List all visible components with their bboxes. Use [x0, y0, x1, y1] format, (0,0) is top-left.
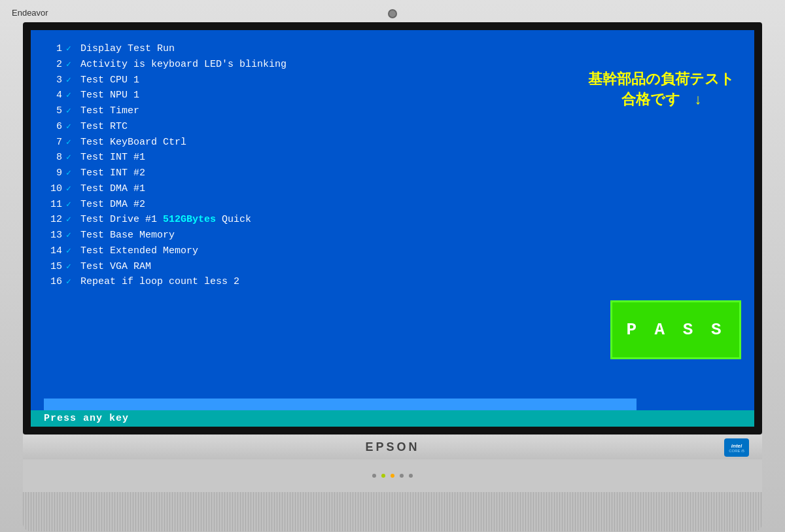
test-num: 12 — [44, 213, 62, 227]
test-check: ✓ — [62, 183, 75, 196]
monitor-base-top — [23, 459, 762, 492]
test-check: ✓ — [62, 168, 75, 180]
test-item: 8✓Test INT #1 — [44, 151, 741, 165]
test-num: 5 — [44, 104, 62, 118]
test-check: ✓ — [62, 230, 75, 242]
webcam — [388, 9, 397, 18]
test-check: ✓ — [62, 90, 75, 102]
test-item: 9✓Test INT #2 — [44, 166, 741, 181]
test-check: ✓ — [62, 121, 75, 133]
bottom-bar: Press any key — [31, 410, 754, 427]
pass-box: P A S S — [610, 300, 741, 359]
monitor: Endeavor 1✓Display Test Run2✓Activity is… — [0, 0, 785, 532]
test-num: 2 — [44, 58, 62, 72]
test-num: 16 — [44, 275, 62, 289]
intel-sub: CORE i5 — [729, 449, 744, 453]
test-num: 10 — [44, 182, 62, 196]
annotation-line2: 合格です ↓ — [621, 90, 702, 110]
indicator-row — [372, 474, 413, 478]
test-num: 6 — [44, 120, 62, 134]
screen-content: 1✓Display Test Run2✓Activity is keyboard… — [31, 30, 754, 399]
test-check: ✓ — [62, 245, 75, 258]
pass-label: P A S S — [626, 320, 725, 340]
test-check: ✓ — [62, 105, 75, 118]
test-text: Test Drive #1 512GBytes Quick — [80, 213, 251, 227]
test-text: Test Extended Memory — [80, 244, 198, 258]
test-num: 13 — [44, 228, 62, 243]
monitor-brand-label: Endeavor — [12, 8, 48, 18]
epson-label: EPSON — [365, 440, 419, 454]
intel-text: intel — [731, 443, 742, 449]
test-check: ✓ — [62, 261, 75, 274]
test-text: Test INT #1 — [80, 151, 145, 165]
indicator-dot-3 — [391, 474, 394, 478]
test-num: 3 — [44, 73, 62, 88]
test-text: Test CPU 1 — [80, 73, 139, 88]
test-num: 1 — [44, 42, 62, 56]
test-num: 9 — [44, 166, 62, 181]
test-num: 11 — [44, 198, 62, 212]
test-text: Test RTC — [80, 120, 128, 134]
indicator-dot-5 — [409, 474, 413, 478]
monitor-top-bar: Endeavor — [0, 5, 785, 20]
test-item: 1✓Display Test Run — [44, 42, 741, 56]
test-item: 11✓Test DMA #2 — [44, 198, 741, 212]
test-item: 12✓Test Drive #1 512GBytes Quick — [44, 213, 741, 227]
test-text: Test DMA #2 — [80, 198, 145, 212]
test-check: ✓ — [62, 43, 75, 56]
test-item: 13✓Test Base Memory — [44, 228, 741, 243]
monitor-brand-bar: EPSON intel CORE i5 — [23, 434, 762, 459]
test-check: ✓ — [62, 199, 75, 211]
test-text: Test DMA #1 — [80, 182, 145, 196]
side-annotation: 基幹部品の負荷テスト 合格です ↓ — [588, 69, 735, 110]
test-text: Display Test Run — [80, 42, 175, 56]
test-text: Activity is keyboard LED's blinking — [80, 58, 287, 72]
test-item: 7✓Test KeyBoard Ctrl — [44, 135, 741, 150]
test-text: Test VGA RAM — [80, 260, 151, 274]
test-text: Test INT #2 — [80, 166, 145, 181]
test-num: 15 — [44, 260, 62, 274]
test-item: 16✓Repeat if loop count less 2 — [44, 275, 741, 289]
indicator-dot-4 — [400, 474, 404, 478]
test-item: 14✓Test Extended Memory — [44, 244, 741, 258]
test-item: 10✓Test DMA #1 — [44, 182, 741, 196]
test-item: 6✓Test RTC — [44, 120, 741, 134]
test-text: Test KeyBoard Ctrl — [80, 135, 186, 150]
indicator-dot-1 — [372, 474, 376, 478]
test-text: Test Timer — [80, 104, 139, 118]
test-text: Test NPU 1 — [80, 88, 139, 103]
test-check: ✓ — [62, 152, 75, 164]
annotation-line1: 基幹部品の負荷テスト — [588, 69, 735, 90]
test-num: 8 — [44, 151, 62, 165]
screen: 1✓Display Test Run2✓Activity is keyboard… — [31, 30, 754, 427]
test-item: 15✓Test VGA RAM — [44, 260, 741, 274]
test-text: Repeat if loop count less 2 — [80, 275, 239, 289]
test-check: ✓ — [62, 59, 75, 71]
test-check: ✓ — [62, 75, 75, 87]
test-text: Test Base Memory — [80, 228, 175, 243]
test-check: ✓ — [62, 137, 75, 149]
test-check: ✓ — [62, 214, 75, 226]
test-check: ✓ — [62, 276, 75, 289]
indicator-dot-2 — [381, 474, 385, 478]
test-num: 4 — [44, 88, 62, 103]
test-num: 14 — [44, 244, 62, 258]
progress-bar — [44, 399, 637, 410]
intel-badge: intel CORE i5 — [724, 438, 749, 457]
test-num: 7 — [44, 135, 62, 150]
speaker-bar — [23, 492, 762, 531]
press-any-key-text[interactable]: Press any key — [44, 413, 129, 424]
screen-bezel: 1✓Display Test Run2✓Activity is keyboard… — [23, 22, 762, 434]
